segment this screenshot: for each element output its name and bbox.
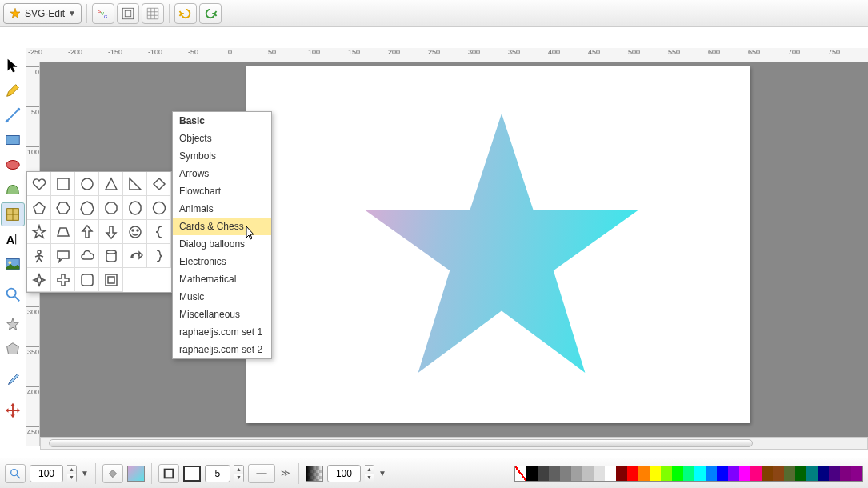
opacity-dropdown[interactable]: ▼ [378,469,386,478]
ellipse-tool[interactable] [1,153,25,177]
rect-tool[interactable] [1,128,25,152]
eyedropper-tool[interactable] [1,368,25,392]
palette-color[interactable] [818,466,829,481]
shape-diamond[interactable] [147,172,171,196]
shape-heart[interactable] [27,172,51,196]
palette-color[interactable] [851,466,862,481]
palette-color[interactable] [784,466,795,481]
category-objects[interactable]: Objects [173,130,271,147]
palette-color[interactable] [549,466,560,481]
shape-circle[interactable] [75,172,99,196]
category-mathematical[interactable]: Mathematical [173,270,271,288]
palette-color[interactable] [571,466,582,481]
palette-color[interactable] [750,466,762,481]
shape-right-triangle[interactable] [123,172,147,196]
shape-right-brace[interactable] [147,244,171,268]
svg-canvas[interactable] [246,66,750,423]
shape-decagon[interactable] [123,196,147,220]
palette-color[interactable] [806,466,818,481]
category-flowchart[interactable]: Flowchart [173,182,271,200]
shape-cylinder[interactable] [99,244,123,268]
shape-octagon[interactable] [99,196,123,220]
category-basic[interactable]: Basic [173,112,271,130]
category-dialog-balloons[interactable]: Dialog balloons [173,235,271,253]
category-music[interactable]: Music [173,288,271,306]
shape-star[interactable] [27,220,51,244]
category-raphaeljs-com-set-2[interactable]: raphaeljs.com set 2 [173,341,271,358]
polygon-tool[interactable] [1,338,25,362]
palette-color[interactable] [605,466,616,481]
shape-library-tool[interactable] [1,202,25,226]
opacity-spinner[interactable]: ▲▼ [365,465,374,482]
category-symbols[interactable]: Symbols [173,147,271,165]
zoom-button[interactable] [5,464,26,483]
palette-color[interactable] [627,466,638,481]
zoom-input[interactable] [30,465,63,482]
stroke-width-spinner[interactable]: ▲▼ [234,465,244,482]
redo-button[interactable] [199,3,222,24]
shape-square[interactable] [51,172,75,196]
star-tool[interactable] [1,313,25,337]
shape-stick-figure[interactable] [27,244,51,268]
stroke-tool-button[interactable] [158,464,179,483]
shape-smiley[interactable] [123,220,147,244]
shape-pentagon[interactable] [27,196,51,220]
palette-color[interactable] [594,466,605,481]
stroke-style-button[interactable] [248,464,275,483]
palette-color[interactable] [638,466,650,481]
shape-speech-bubble[interactable] [51,244,75,268]
category-animals[interactable]: Animals [173,200,271,218]
zoom-tool[interactable] [1,282,25,306]
palette-color[interactable] [526,466,538,481]
stroke-width-input[interactable] [205,465,230,482]
category-raphaeljs-com-set-1[interactable]: raphaeljs.com set 1 [173,323,271,341]
path-tool[interactable] [1,178,25,202]
text-tool[interactable]: A [1,227,25,251]
shape-plus[interactable] [51,268,75,292]
category-electronics[interactable]: Electronics [173,253,271,270]
zoom-dropdown[interactable]: ▼ [81,469,89,478]
opacity-swatch[interactable] [306,466,323,482]
shape-dodecagon[interactable] [147,196,171,220]
shape-rounded-square[interactable] [75,268,99,292]
palette-color[interactable] [840,466,851,481]
palette-color[interactable] [582,466,594,481]
category-miscellaneous[interactable]: Miscellaneous [173,306,271,323]
zoom-spinner[interactable]: ▲▼ [67,465,77,482]
shape-trapezoid[interactable] [51,220,75,244]
palette-none[interactable] [515,466,526,481]
opacity-input[interactable] [327,465,361,482]
move-tool[interactable] [1,398,25,422]
shape-frame[interactable] [99,268,123,292]
scrollbar-thumb[interactable] [49,439,753,447]
palette-color[interactable] [694,466,706,481]
palette-color[interactable] [739,466,750,481]
palette-color[interactable] [616,466,627,481]
palette-color[interactable] [538,466,549,481]
horizontal-scrollbar[interactable] [40,437,868,450]
shape-diamond-4[interactable] [27,268,51,292]
fill-color-swatch[interactable] [127,466,145,482]
shape-turn-arrow[interactable] [123,244,147,268]
shape-triangle[interactable] [99,172,123,196]
palette-color[interactable] [560,466,571,481]
palette-color[interactable] [762,466,773,481]
palette-color[interactable] [650,466,661,481]
palette-color[interactable] [717,466,728,481]
shape-arrow-up[interactable] [75,220,99,244]
palette-color[interactable] [661,466,672,481]
star-shape-object[interactable] [358,106,646,394]
select-tool[interactable] [1,54,25,78]
pencil-tool[interactable] [1,78,25,102]
edit-source-button[interactable]: SVG [92,3,114,24]
palette-color[interactable] [672,466,683,481]
category-arrows[interactable]: Arrows [173,165,271,182]
palette-color[interactable] [706,466,717,481]
shape-cloud[interactable] [75,244,99,268]
main-menu-button[interactable]: SVG-Edit ▼ [3,3,82,24]
shape-arrow-down[interactable] [99,220,123,244]
wireframe-button[interactable] [117,3,139,24]
shape-hexagon[interactable] [51,196,75,220]
fill-tool-button[interactable] [102,464,123,483]
shape-left-brace[interactable] [147,220,171,244]
